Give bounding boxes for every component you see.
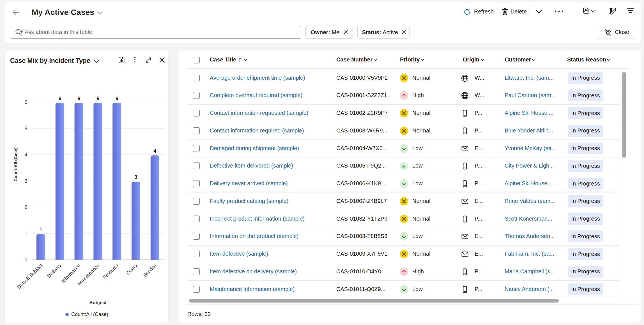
svg-text:5: 5	[25, 126, 27, 131]
svg-text:Count:All (Case): Count:All (Case)	[13, 147, 18, 181]
svg-text:1: 1	[25, 231, 27, 236]
svg-text:6: 6	[77, 96, 80, 101]
svg-text:Query: Query	[125, 263, 139, 276]
svg-text:3: 3	[135, 174, 137, 180]
svg-text:Delivery: Delivery	[46, 263, 63, 279]
svg-text:2: 2	[25, 204, 27, 210]
svg-text:4: 4	[153, 148, 156, 154]
svg-text:6: 6	[58, 96, 61, 101]
svg-text:Products: Products	[102, 263, 120, 280]
svg-text:6: 6	[96, 96, 99, 101]
svg-text:6: 6	[25, 99, 27, 105]
svg-text:3: 3	[25, 178, 27, 184]
svg-text:Service: Service	[142, 263, 158, 278]
svg-text:Default Subject: Default Subject	[16, 263, 43, 290]
svg-text:4: 4	[25, 152, 27, 157]
svg-text:0: 0	[25, 257, 27, 262]
svg-text:1: 1	[40, 227, 42, 232]
svg-text:6: 6	[116, 96, 118, 101]
